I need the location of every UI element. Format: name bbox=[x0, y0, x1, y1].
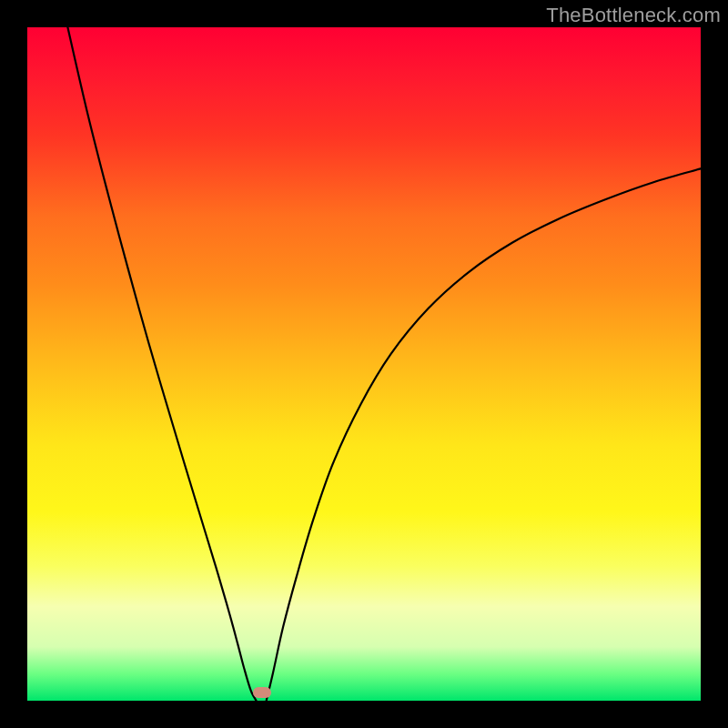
left-curve bbox=[67, 27, 256, 701]
minimum-marker bbox=[253, 687, 271, 698]
watermark-text: TheBottleneck.com bbox=[546, 4, 721, 27]
curve-svg bbox=[27, 27, 701, 701]
chart-frame: TheBottleneck.com bbox=[0, 0, 728, 728]
plot-area bbox=[27, 27, 701, 701]
right-curve bbox=[267, 168, 701, 701]
